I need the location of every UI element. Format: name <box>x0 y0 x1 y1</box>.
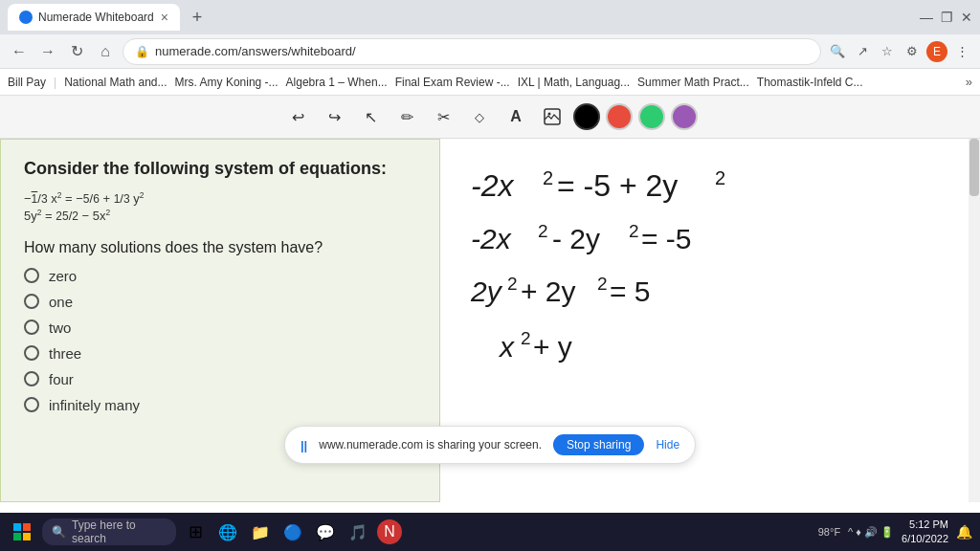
taskbar-right: 98°F ^ ♦ 🔊 🔋 5:12 PM 6/10/2022 🔔 <box>818 518 972 547</box>
svg-rect-20 <box>23 523 31 531</box>
address-bar[interactable]: 🔒 numerade.com/answers/whiteboard/ <box>122 38 821 65</box>
svg-text:2: 2 <box>538 221 548 241</box>
share-icon[interactable]: ↗ <box>852 41 873 62</box>
radio-four[interactable] <box>24 371 39 386</box>
color-red[interactable] <box>606 103 633 130</box>
svg-text:= -5 + 2y: = -5 + 2y <box>557 168 678 203</box>
color-green[interactable] <box>638 103 665 130</box>
eraser-tool-button[interactable]: ◇ <box>464 101 495 132</box>
bookmark-bill-pay[interactable]: Bill Pay <box>8 76 46 89</box>
bookmark-final-exam[interactable]: Final Exam Review -... <box>395 76 510 89</box>
start-button[interactable] <box>8 518 36 546</box>
scrollbar-thumb[interactable] <box>969 139 979 196</box>
search-icon[interactable]: 🔍 <box>827 41 848 62</box>
bookmark-thomastik[interactable]: Thomastik-Infeld C... <box>757 76 863 89</box>
option-two-label: two <box>49 320 71 336</box>
tab-favicon <box>19 11 33 24</box>
option-four[interactable]: four <box>24 371 416 387</box>
option-two[interactable]: two <box>24 320 416 336</box>
notification-button[interactable]: 🔔 <box>956 524 972 540</box>
teams-icon[interactable]: 💬 <box>312 518 339 545</box>
chrome-icon[interactable]: 🔵 <box>279 518 306 545</box>
svg-text:2: 2 <box>715 167 725 188</box>
svg-text:- 2y: - 2y <box>552 223 600 254</box>
tools-button[interactable]: ✂ <box>428 101 458 132</box>
radio-three[interactable] <box>24 345 39 361</box>
svg-point-1 <box>548 113 551 116</box>
svg-rect-21 <box>13 533 21 540</box>
tab-close-button[interactable]: × <box>161 10 168 25</box>
svg-text:2: 2 <box>521 328 531 348</box>
scrollbar-track[interactable] <box>969 139 980 502</box>
radio-two[interactable] <box>24 320 39 335</box>
home-button[interactable]: ⌂ <box>94 40 117 63</box>
task-view-button[interactable]: ⊞ <box>182 518 209 545</box>
tab-title: Numerade Whiteboard <box>38 11 155 24</box>
search-taskbar[interactable]: 🔍 Type here to search <box>42 518 176 545</box>
new-tab-button[interactable]: + <box>184 4 211 31</box>
option-one[interactable]: one <box>24 294 416 310</box>
image-tool-button[interactable] <box>537 101 568 132</box>
radio-infinitely-many[interactable] <box>24 397 39 412</box>
option-infinitely-many[interactable]: infinitely many <box>24 397 416 413</box>
option-one-label: one <box>49 294 73 310</box>
profile-icon[interactable]: E <box>926 41 947 62</box>
explorer-icon[interactable]: 📁 <box>247 518 274 545</box>
close-window-icon[interactable]: ✕ <box>961 10 972 25</box>
color-purple[interactable] <box>671 103 698 130</box>
bookmarks-more[interactable]: » <box>966 75 972 89</box>
taskbar-clock[interactable]: 5:12 PM 6/10/2022 <box>902 518 948 547</box>
sharing-bar: || www.numerade.com is sharing your scre… <box>284 426 696 464</box>
bookmark-summer-math[interactable]: Summer Math Pract... <box>637 76 749 89</box>
option-three[interactable]: three <box>24 345 416 362</box>
edge-icon[interactable]: 🌐 <box>214 518 241 545</box>
radio-one[interactable] <box>24 294 39 309</box>
question-title: Consider the following system of equatio… <box>24 159 416 179</box>
bookmark-amy-koning[interactable]: Mrs. Amy Koning -... <box>175 76 278 89</box>
bookmark-ixl[interactable]: IXL | Math, Languag... <box>518 76 630 89</box>
redo-button[interactable]: ↪ <box>319 101 349 132</box>
bookmark-algebra[interactable]: Algebra 1 – When... <box>286 76 388 89</box>
hide-button[interactable]: Hide <box>656 438 679 452</box>
equation-2: 5y2 = 25/2 − 5x2 <box>24 208 416 223</box>
how-many-text: How many solutions does the system have? <box>24 239 416 256</box>
svg-text:-2x: -2x <box>471 223 512 254</box>
sharing-indicator: || <box>301 438 307 452</box>
svg-text:x: x <box>498 331 515 363</box>
option-zero[interactable]: zero <box>24 268 416 284</box>
extension-icon[interactable]: ⚙ <box>902 41 923 62</box>
option-three-label: three <box>49 345 81 362</box>
bookmark-national-math[interactable]: National Math and... <box>64 76 167 89</box>
forward-button[interactable]: → <box>36 40 59 63</box>
text-tool-button[interactable]: A <box>501 101 531 132</box>
clock-time: 5:12 PM <box>902 518 948 532</box>
search-taskbar-text[interactable]: Type here to search <box>72 518 167 545</box>
options-list: zero one two three four infinitely many <box>24 268 416 413</box>
equation-1: −1/3 x2 = −5/6 + 1/3 y2 <box>24 190 416 206</box>
app-icon-6[interactable]: N <box>377 519 402 544</box>
select-tool-button[interactable]: ↖ <box>355 101 386 132</box>
svg-text:2y: 2y <box>470 276 503 307</box>
weather-temp: 98°F <box>818 526 840 538</box>
bookmarks-bar: Bill Pay | National Math and... Mrs. Amy… <box>0 69 980 96</box>
color-black[interactable] <box>573 103 600 130</box>
option-zero-label: zero <box>49 268 77 284</box>
svg-text:2: 2 <box>629 221 639 241</box>
menu-icon[interactable]: ⋮ <box>951 41 972 62</box>
svg-text:= -5: = -5 <box>641 223 692 254</box>
restore-icon[interactable]: ❐ <box>941 10 953 25</box>
lock-icon: 🔒 <box>135 45 149 58</box>
bookmark-icon[interactable]: ☆ <box>877 41 898 62</box>
stop-sharing-button[interactable]: Stop sharing <box>553 434 644 455</box>
radio-zero[interactable] <box>24 268 39 283</box>
refresh-button[interactable]: ↻ <box>65 40 88 63</box>
pen-tool-button[interactable]: ✏ <box>391 101 422 132</box>
minimize-icon[interactable]: — <box>920 10 933 25</box>
svg-rect-19 <box>13 523 21 531</box>
back-button[interactable]: ← <box>8 40 31 63</box>
address-text: numerade.com/answers/whiteboard/ <box>155 44 809 58</box>
svg-text:2: 2 <box>507 274 518 294</box>
undo-button[interactable]: ↩ <box>282 101 313 132</box>
app-icon-5[interactable]: 🎵 <box>345 518 371 545</box>
active-tab[interactable]: Numerade Whiteboard × <box>8 4 180 31</box>
